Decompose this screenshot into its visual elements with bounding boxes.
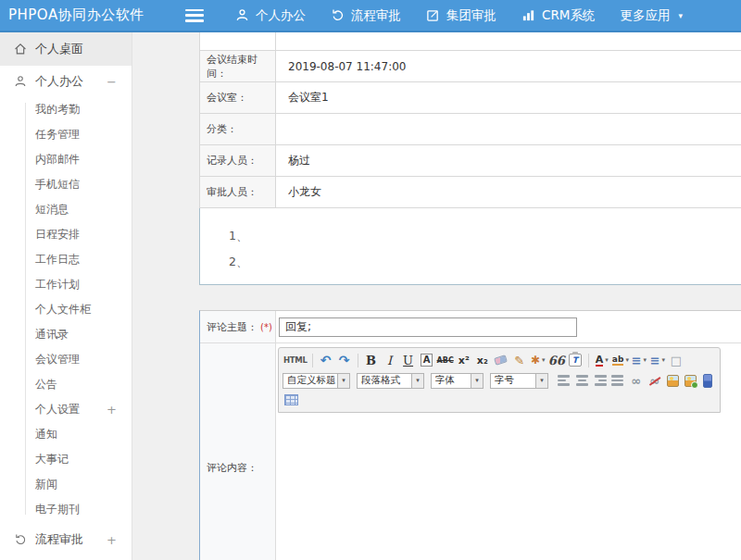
sidebar-item-personal-office[interactable]: 个人办公 − xyxy=(0,68,132,95)
collapse-icon[interactable]: − xyxy=(107,75,117,89)
screenshot-icon[interactable] xyxy=(684,375,697,387)
top-nav-bar: PHPOA协同办公软件 个人办公 流程审批 集团审批 CRM系统 更多应用 ▾ xyxy=(0,0,741,32)
sidebar-item-label: 会议管理 xyxy=(35,352,80,367)
sidebar-item-label: 个人设置 xyxy=(35,402,80,417)
align-left-icon[interactable] xyxy=(558,373,571,388)
sidebar-item-label: 流程审批 xyxy=(35,531,83,548)
image-icon[interactable] xyxy=(667,375,679,387)
editor-content-area[interactable] xyxy=(278,413,721,560)
table-row-partial xyxy=(199,32,741,51)
brand-logo[interactable]: PHPOA协同办公软件 xyxy=(0,6,174,24)
history-icon xyxy=(14,533,27,546)
meeting-detail-sheet: 会议结束时间： 2019-08-07 11:47:00 会议室： 会议室1 分类… xyxy=(199,32,741,560)
nav-label: 更多应用 xyxy=(620,7,670,24)
table-row-approver: 审批人员： 小龙女 xyxy=(199,177,741,208)
sidebar-item-label: 工作计划 xyxy=(35,277,80,292)
comment-form: 评论主题： (*) 评论内容： xyxy=(199,310,741,560)
comment-subject-input[interactable] xyxy=(279,317,577,337)
paste-plain-button[interactable]: T xyxy=(566,352,584,369)
field-label: 评论内容： xyxy=(207,461,257,475)
superscript-button[interactable]: x² xyxy=(455,352,473,369)
menu-icon[interactable] xyxy=(185,9,204,22)
field-label: 会议室： xyxy=(200,82,276,113)
select-label: 字号 xyxy=(491,374,535,388)
ordered-list-button[interactable]: ≡▾ xyxy=(630,352,648,369)
subscript-button[interactable]: x₂ xyxy=(473,352,492,369)
sidebar-item-desktop[interactable]: 个人桌面 xyxy=(0,32,132,66)
edit-icon xyxy=(426,8,440,22)
expand-icon[interactable]: + xyxy=(107,533,117,547)
sidebar-item-label: 短消息 xyxy=(35,202,69,218)
sidebar-item-short-message[interactable]: 短消息 xyxy=(0,197,132,222)
nav-label: 个人办公 xyxy=(256,7,306,24)
highlight-color-button[interactable]: ab▾ xyxy=(611,352,630,369)
auto-typeset-button[interactable]: ✱▾ xyxy=(529,352,547,369)
html-source-button[interactable]: HTML xyxy=(283,352,308,369)
sidebar-item-work-log[interactable]: 工作日志 xyxy=(0,247,132,272)
forecolor-button[interactable]: A xyxy=(418,352,436,369)
strikethrough-button[interactable]: ABC xyxy=(436,352,455,369)
font-size-select[interactable]: 字号▾ xyxy=(490,373,548,389)
nav-more-apps[interactable]: 更多应用 ▾ xyxy=(620,7,683,24)
editor-toolbar-row1: HTML ↶ ↷ B I U A ABC xyxy=(283,350,716,370)
caret-down-icon: ▾ xyxy=(471,374,483,388)
ordered-list-icon: ≡ xyxy=(632,354,642,367)
table-icon[interactable] xyxy=(284,394,298,405)
undo-button[interactable]: ↶ xyxy=(317,352,335,369)
nav-workflow-approval[interactable]: 流程审批 xyxy=(331,7,401,24)
content-area: 会议结束时间： 2019-08-07 11:47:00 会议室： 会议室1 分类… xyxy=(132,32,741,560)
sidebar-item-work-plan[interactable]: 工作计划 xyxy=(0,272,132,297)
sidebar-item-attendance[interactable]: 我的考勤 xyxy=(0,97,132,122)
blockquote-button[interactable]: 66 xyxy=(547,352,566,369)
sidebar-item-announcement[interactable]: 公告 xyxy=(0,372,132,397)
nav-crm-system[interactable]: CRM系统 xyxy=(521,7,595,24)
nav-personal-office[interactable]: 个人办公 xyxy=(235,7,306,24)
sidebar-item-personal-settings[interactable]: 个人设置+ xyxy=(0,397,132,422)
sidebar-item-memorabilia[interactable]: 大事记 xyxy=(0,447,132,472)
nav-group-approval[interactable]: 集团审批 xyxy=(426,7,496,24)
sidebar-item-meeting-management[interactable]: 会议管理 xyxy=(0,347,132,372)
remove-format-button[interactable] xyxy=(492,352,510,369)
paragraph-format-select[interactable]: 段落格式▾ xyxy=(357,373,424,389)
sidebar-item-file-cabinet[interactable]: 个人文件柜 xyxy=(0,297,132,322)
sidebar-item-e-journal[interactable]: 电子期刊 xyxy=(0,497,132,522)
select-label: 段落格式 xyxy=(358,374,411,388)
field-label: 记录人员： xyxy=(200,145,276,176)
sidebar-item-label: 手机短信 xyxy=(35,177,80,193)
sidebar-item-schedule[interactable]: 日程安排 xyxy=(0,222,132,247)
align-right-icon[interactable] xyxy=(593,373,606,388)
redo-button[interactable]: ↷ xyxy=(335,352,354,369)
sidebar-item-news[interactable]: 新闻 xyxy=(0,472,132,497)
table-row-end-time: 会议结束时间： 2019-08-07 11:47:00 xyxy=(199,51,741,82)
expand-icon[interactable]: + xyxy=(107,403,117,417)
heading-select[interactable]: 自定义标题▾ xyxy=(283,373,350,389)
sidebar-item-contacts[interactable]: 通讯录 xyxy=(0,322,132,347)
align-center-icon[interactable] xyxy=(575,373,588,388)
sidebar-item-internal-mail[interactable]: 内部邮件 xyxy=(0,147,132,172)
sidebar-item-sms[interactable]: 手机短信 xyxy=(0,172,132,197)
unordered-list-button[interactable]: ≡▾ xyxy=(648,352,667,369)
unlink-button[interactable]: ∞ xyxy=(646,372,664,390)
top-nav: 个人办公 流程审批 集团审批 CRM系统 更多应用 ▾ xyxy=(235,7,683,24)
sidebar-item-tasks[interactable]: 任务管理 xyxy=(0,122,132,147)
align-justify-icon[interactable] xyxy=(611,373,624,388)
font-family-select[interactable]: 字体▾ xyxy=(431,373,484,389)
comment-content-label-cell: 评论内容： xyxy=(200,343,276,560)
sidebar-item-label: 工作日志 xyxy=(35,252,80,268)
italic-button[interactable]: I xyxy=(381,352,399,369)
font-color-button[interactable]: A▾ xyxy=(593,352,611,369)
sidebar-item-label: 我的考勤 xyxy=(35,102,80,118)
sidebar-item-notice[interactable]: 通知 xyxy=(0,422,132,447)
nav-label: 集团审批 xyxy=(446,7,496,24)
select-label: 字体 xyxy=(432,374,471,388)
new-page-button[interactable]: □ xyxy=(667,352,685,369)
caret-down-icon: ▾ xyxy=(662,356,666,364)
sidebar-item-label: 通知 xyxy=(35,427,57,442)
underline-button[interactable]: U xyxy=(399,352,418,369)
link-button[interactable]: ∞ xyxy=(627,372,646,390)
media-icon[interactable] xyxy=(703,374,712,388)
sidebar-item-label: 公告 xyxy=(35,377,57,392)
format-brush-button[interactable]: ✎ xyxy=(510,352,529,369)
bold-button[interactable]: B xyxy=(362,352,381,369)
sidebar-item-workflow-approval[interactable]: 流程审批 + xyxy=(0,526,132,554)
